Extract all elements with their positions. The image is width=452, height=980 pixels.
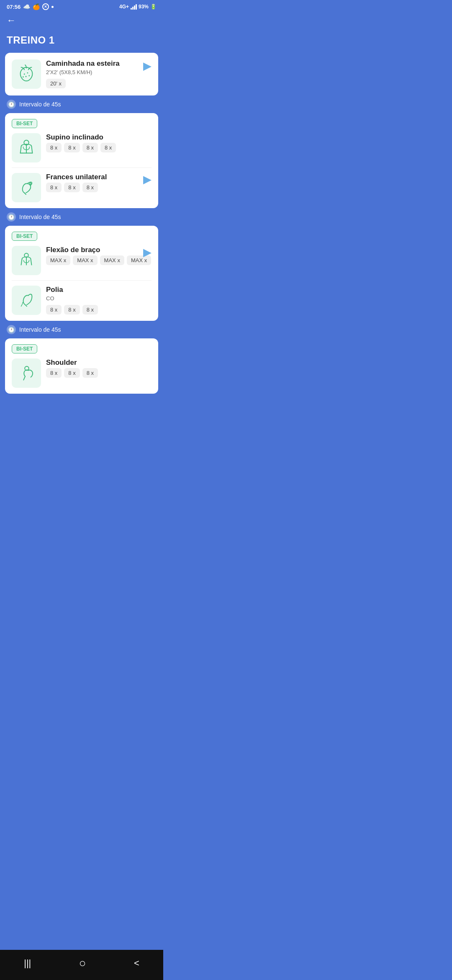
exercise-info-flexao: Flexão de braço MAX x MAX x MAX x MAX x xyxy=(46,246,152,265)
svg-point-0 xyxy=(24,74,25,75)
clock-icon-1: 🕐 xyxy=(7,100,16,109)
exercise-card-caminhada: Caminhada na esteira 2'X2' (5X8,5 KM/H) … xyxy=(5,53,158,95)
status-left: 07:56 ☁️ 🍊 ✕ xyxy=(7,3,54,10)
play-button-flexao[interactable]: ▶ xyxy=(143,246,152,259)
battery: 93% xyxy=(139,4,149,10)
exercise-name: Caminhada na esteira xyxy=(46,59,152,68)
biset-card-3: BI-SET Shoulder 8 x 8 x 8 x xyxy=(5,338,158,394)
exercise-icon-chest2 xyxy=(12,246,41,275)
signal-bars xyxy=(131,4,137,10)
cloud-icon: ☁️ xyxy=(23,3,30,10)
interval-label-3: Intervalo de 45s xyxy=(19,326,61,333)
exercise-row-flexao: Flexão de braço MAX x MAX x MAX x MAX x … xyxy=(12,246,152,275)
exercise-info-frances: Frances unilateral 8 x 8 x 8 x xyxy=(46,173,152,192)
exercise-name-shoulder: Shoulder xyxy=(46,358,152,367)
divider xyxy=(12,168,152,168)
set-badge: 8 x xyxy=(82,368,98,378)
bar4 xyxy=(136,4,137,10)
exercise-name-supino: Supino inclinado xyxy=(46,133,152,142)
exercise-info: Caminhada na esteira 2'X2' (5X8,5 KM/H) … xyxy=(46,59,152,88)
exercise-row-shoulder: Shoulder 8 x 8 x 8 x xyxy=(12,358,152,388)
exercise-row: Caminhada na esteira 2'X2' (5X8,5 KM/H) … xyxy=(12,59,152,89)
sets-row-frances: 8 x 8 x 8 x xyxy=(46,183,152,192)
content-area: Caminhada na esteira 2'X2' (5X8,5 KM/H) … xyxy=(0,53,163,427)
cable-curl-icon xyxy=(16,290,36,310)
set-badge: 8 x xyxy=(82,305,98,315)
set-badge: 8 x xyxy=(46,305,62,315)
set-badge: 8 x xyxy=(64,143,80,152)
exercise-name-frances: Frances unilateral xyxy=(46,173,152,181)
exercise-name-polia: Polia xyxy=(46,286,152,294)
exercise-info-supino: Supino inclinado 8 x 8 x 8 x 8 x xyxy=(46,133,152,152)
set-badge: 8 x xyxy=(64,368,80,378)
chest-icon xyxy=(16,138,36,158)
divider-2 xyxy=(12,280,152,281)
play-button-frances[interactable]: ▶ xyxy=(143,173,152,186)
bar1 xyxy=(131,8,132,10)
biset-card-1: BI-SET Supino inclinado 8 x 8 x xyxy=(5,113,158,208)
interval-bar-3: 🕐 Intervalo de 45s xyxy=(5,321,158,338)
set-badge: 8 x xyxy=(82,183,98,192)
interval-label-2: Intervalo de 45s xyxy=(19,214,61,220)
set-badge: 20' x xyxy=(46,79,66,88)
exercise-icon-arm1 xyxy=(12,173,41,202)
orange-icon: 🍊 xyxy=(33,3,40,10)
svg-point-4 xyxy=(23,76,24,77)
biset-badge-3: BI-SET xyxy=(12,344,37,353)
biset-card-2: BI-SET Flexão de braço MAX x MAX x MAX x xyxy=(5,226,158,321)
back-button[interactable]: ← xyxy=(7,15,16,26)
battery-icon: 🔋 xyxy=(150,4,157,10)
close-circle-icon: ✕ xyxy=(42,3,49,10)
set-badge: MAX x xyxy=(46,255,70,265)
exercise-row-frances: Frances unilateral 8 x 8 x 8 x ▶ xyxy=(12,173,152,202)
bar3 xyxy=(134,5,135,10)
exercise-icon-shoulder xyxy=(12,358,41,388)
set-badge: 8 x xyxy=(46,368,62,378)
network-type: 4G+ xyxy=(119,4,129,10)
interval-bar-1: 🕐 Intervalo de 45s xyxy=(5,95,158,113)
exercise-subtitle-polia: CO xyxy=(46,295,152,302)
page-title: TREINO 1 xyxy=(0,31,163,53)
set-badge: 8 x xyxy=(64,183,80,192)
bar2 xyxy=(132,7,134,10)
strawberry-icon xyxy=(16,64,36,84)
exercise-info-polia: Polia CO 8 x 8 x 8 x xyxy=(46,286,152,315)
set-badge: 8 x xyxy=(46,143,62,152)
arm-curl-icon xyxy=(16,178,36,198)
play-button-caminhada[interactable]: ▶ xyxy=(143,59,152,72)
pushup-icon xyxy=(16,250,36,271)
set-badge: MAX x xyxy=(73,255,97,265)
set-badge: 8 x xyxy=(82,143,98,152)
sets-row-polia: 8 x 8 x 8 x xyxy=(46,305,152,315)
set-badge: 8 x xyxy=(46,183,62,192)
time: 07:56 xyxy=(7,4,21,10)
set-badge: 8 x xyxy=(100,143,116,152)
interval-bar-2: 🕐 Intervalo de 45s xyxy=(5,208,158,226)
exercise-row-supino: Supino inclinado 8 x 8 x 8 x 8 x xyxy=(12,133,152,162)
clock-icon-2: 🕐 xyxy=(7,212,16,222)
sets-row-shoulder: 8 x 8 x 8 x xyxy=(46,368,152,378)
interval-label-1: Intervalo de 45s xyxy=(19,101,61,108)
sets-row-supino: 8 x 8 x 8 x 8 x xyxy=(46,143,152,152)
biset-badge-2: BI-SET xyxy=(12,232,37,241)
exercise-icon-chest1 xyxy=(12,133,41,162)
svg-point-3 xyxy=(28,75,30,76)
status-bar: 07:56 ☁️ 🍊 ✕ 4G+ 93% 🔋 xyxy=(0,0,163,12)
svg-point-1 xyxy=(27,72,28,74)
header-nav: ← xyxy=(0,12,163,31)
sets-row-flexao: MAX x MAX x MAX x MAX x xyxy=(46,255,152,265)
set-badge: MAX x xyxy=(100,255,124,265)
clock-icon-3: 🕐 xyxy=(7,325,16,334)
exercise-icon-strawberry xyxy=(12,59,41,89)
exercise-subtitle: 2'X2' (5X8,5 KM/H) xyxy=(46,69,152,75)
biset-badge-1: BI-SET xyxy=(12,119,37,128)
status-right: 4G+ 93% 🔋 xyxy=(119,4,157,10)
exercise-info-shoulder: Shoulder 8 x 8 x 8 x xyxy=(46,358,152,378)
exercise-name-flexao: Flexão de braço xyxy=(46,246,152,254)
shoulder-icon xyxy=(16,363,36,383)
exercise-row-polia: Polia CO 8 x 8 x 8 x xyxy=(12,286,152,315)
svg-point-2 xyxy=(26,76,27,77)
set-badge: 8 x xyxy=(64,305,80,315)
dot-icon xyxy=(51,6,54,8)
exercise-icon-arm2 xyxy=(12,286,41,315)
